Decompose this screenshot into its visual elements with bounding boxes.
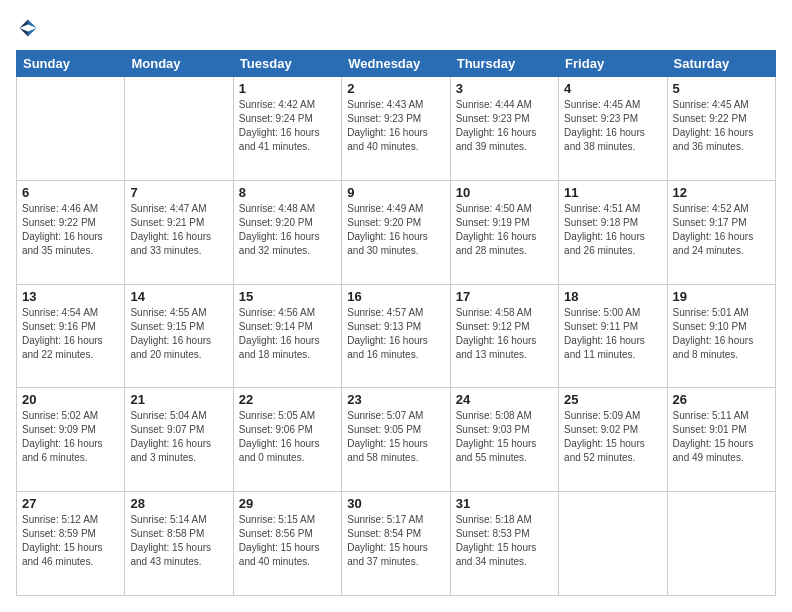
day-number: 19 xyxy=(673,289,770,304)
svg-marker-2 xyxy=(19,28,28,37)
calendar-cell: 20Sunrise: 5:02 AM Sunset: 9:09 PM Dayli… xyxy=(17,388,125,492)
week-row-2: 6Sunrise: 4:46 AM Sunset: 9:22 PM Daylig… xyxy=(17,180,776,284)
calendar-header-row: Sunday Monday Tuesday Wednesday Thursday… xyxy=(17,51,776,77)
day-number: 6 xyxy=(22,185,119,200)
day-number: 2 xyxy=(347,81,444,96)
day-number: 30 xyxy=(347,496,444,511)
day-number: 9 xyxy=(347,185,444,200)
calendar-cell: 10Sunrise: 4:50 AM Sunset: 9:19 PM Dayli… xyxy=(450,180,558,284)
col-friday: Friday xyxy=(559,51,667,77)
calendar-cell: 16Sunrise: 4:57 AM Sunset: 9:13 PM Dayli… xyxy=(342,284,450,388)
col-sunday: Sunday xyxy=(17,51,125,77)
day-number: 3 xyxy=(456,81,553,96)
day-number: 7 xyxy=(130,185,227,200)
col-wednesday: Wednesday xyxy=(342,51,450,77)
cell-info: Sunrise: 5:12 AM Sunset: 8:59 PM Dayligh… xyxy=(22,513,119,569)
calendar-cell: 8Sunrise: 4:48 AM Sunset: 9:20 PM Daylig… xyxy=(233,180,341,284)
cell-info: Sunrise: 4:46 AM Sunset: 9:22 PM Dayligh… xyxy=(22,202,119,258)
col-monday: Monday xyxy=(125,51,233,77)
calendar-cell: 14Sunrise: 4:55 AM Sunset: 9:15 PM Dayli… xyxy=(125,284,233,388)
svg-marker-0 xyxy=(28,19,37,28)
day-number: 14 xyxy=(130,289,227,304)
day-number: 26 xyxy=(673,392,770,407)
logo xyxy=(16,16,44,40)
day-number: 31 xyxy=(456,496,553,511)
cell-info: Sunrise: 4:49 AM Sunset: 9:20 PM Dayligh… xyxy=(347,202,444,258)
calendar-cell: 7Sunrise: 4:47 AM Sunset: 9:21 PM Daylig… xyxy=(125,180,233,284)
calendar-cell: 22Sunrise: 5:05 AM Sunset: 9:06 PM Dayli… xyxy=(233,388,341,492)
calendar-cell: 11Sunrise: 4:51 AM Sunset: 9:18 PM Dayli… xyxy=(559,180,667,284)
cell-info: Sunrise: 4:47 AM Sunset: 9:21 PM Dayligh… xyxy=(130,202,227,258)
calendar-cell: 31Sunrise: 5:18 AM Sunset: 8:53 PM Dayli… xyxy=(450,492,558,596)
calendar-cell: 3Sunrise: 4:44 AM Sunset: 9:23 PM Daylig… xyxy=(450,77,558,181)
calendar-cell: 6Sunrise: 4:46 AM Sunset: 9:22 PM Daylig… xyxy=(17,180,125,284)
calendar-table: Sunday Monday Tuesday Wednesday Thursday… xyxy=(16,50,776,596)
day-number: 25 xyxy=(564,392,661,407)
calendar-cell: 4Sunrise: 4:45 AM Sunset: 9:23 PM Daylig… xyxy=(559,77,667,181)
cell-info: Sunrise: 4:52 AM Sunset: 9:17 PM Dayligh… xyxy=(673,202,770,258)
day-number: 18 xyxy=(564,289,661,304)
cell-info: Sunrise: 5:02 AM Sunset: 9:09 PM Dayligh… xyxy=(22,409,119,465)
calendar-cell: 24Sunrise: 5:08 AM Sunset: 9:03 PM Dayli… xyxy=(450,388,558,492)
calendar-cell: 18Sunrise: 5:00 AM Sunset: 9:11 PM Dayli… xyxy=(559,284,667,388)
calendar-cell: 15Sunrise: 4:56 AM Sunset: 9:14 PM Dayli… xyxy=(233,284,341,388)
day-number: 29 xyxy=(239,496,336,511)
week-row-4: 20Sunrise: 5:02 AM Sunset: 9:09 PM Dayli… xyxy=(17,388,776,492)
cell-info: Sunrise: 5:08 AM Sunset: 9:03 PM Dayligh… xyxy=(456,409,553,465)
calendar-cell: 28Sunrise: 5:14 AM Sunset: 8:58 PM Dayli… xyxy=(125,492,233,596)
col-tuesday: Tuesday xyxy=(233,51,341,77)
day-number: 4 xyxy=(564,81,661,96)
page: Sunday Monday Tuesday Wednesday Thursday… xyxy=(0,0,792,612)
cell-info: Sunrise: 5:01 AM Sunset: 9:10 PM Dayligh… xyxy=(673,306,770,362)
day-number: 20 xyxy=(22,392,119,407)
day-number: 24 xyxy=(456,392,553,407)
day-number: 17 xyxy=(456,289,553,304)
day-number: 5 xyxy=(673,81,770,96)
cell-info: Sunrise: 4:45 AM Sunset: 9:22 PM Dayligh… xyxy=(673,98,770,154)
day-number: 16 xyxy=(347,289,444,304)
col-thursday: Thursday xyxy=(450,51,558,77)
day-number: 8 xyxy=(239,185,336,200)
cell-info: Sunrise: 4:42 AM Sunset: 9:24 PM Dayligh… xyxy=(239,98,336,154)
day-number: 12 xyxy=(673,185,770,200)
cell-info: Sunrise: 5:15 AM Sunset: 8:56 PM Dayligh… xyxy=(239,513,336,569)
svg-marker-1 xyxy=(19,19,28,28)
calendar-cell: 25Sunrise: 5:09 AM Sunset: 9:02 PM Dayli… xyxy=(559,388,667,492)
calendar-cell: 13Sunrise: 4:54 AM Sunset: 9:16 PM Dayli… xyxy=(17,284,125,388)
calendar-cell: 19Sunrise: 5:01 AM Sunset: 9:10 PM Dayli… xyxy=(667,284,775,388)
day-number: 23 xyxy=(347,392,444,407)
cell-info: Sunrise: 4:45 AM Sunset: 9:23 PM Dayligh… xyxy=(564,98,661,154)
cell-info: Sunrise: 4:50 AM Sunset: 9:19 PM Dayligh… xyxy=(456,202,553,258)
calendar-cell: 1Sunrise: 4:42 AM Sunset: 9:24 PM Daylig… xyxy=(233,77,341,181)
day-number: 1 xyxy=(239,81,336,96)
calendar-cell: 23Sunrise: 5:07 AM Sunset: 9:05 PM Dayli… xyxy=(342,388,450,492)
calendar-cell: 29Sunrise: 5:15 AM Sunset: 8:56 PM Dayli… xyxy=(233,492,341,596)
cell-info: Sunrise: 4:44 AM Sunset: 9:23 PM Dayligh… xyxy=(456,98,553,154)
calendar-cell: 26Sunrise: 5:11 AM Sunset: 9:01 PM Dayli… xyxy=(667,388,775,492)
day-number: 21 xyxy=(130,392,227,407)
calendar-cell xyxy=(667,492,775,596)
week-row-5: 27Sunrise: 5:12 AM Sunset: 8:59 PM Dayli… xyxy=(17,492,776,596)
calendar-cell xyxy=(559,492,667,596)
calendar-cell: 9Sunrise: 4:49 AM Sunset: 9:20 PM Daylig… xyxy=(342,180,450,284)
cell-info: Sunrise: 5:17 AM Sunset: 8:54 PM Dayligh… xyxy=(347,513,444,569)
calendar-cell: 21Sunrise: 5:04 AM Sunset: 9:07 PM Dayli… xyxy=(125,388,233,492)
cell-info: Sunrise: 5:04 AM Sunset: 9:07 PM Dayligh… xyxy=(130,409,227,465)
cell-info: Sunrise: 5:11 AM Sunset: 9:01 PM Dayligh… xyxy=(673,409,770,465)
day-number: 27 xyxy=(22,496,119,511)
logo-icon xyxy=(16,16,40,40)
cell-info: Sunrise: 5:05 AM Sunset: 9:06 PM Dayligh… xyxy=(239,409,336,465)
day-number: 11 xyxy=(564,185,661,200)
cell-info: Sunrise: 4:51 AM Sunset: 9:18 PM Dayligh… xyxy=(564,202,661,258)
calendar-cell: 12Sunrise: 4:52 AM Sunset: 9:17 PM Dayli… xyxy=(667,180,775,284)
header xyxy=(16,16,776,40)
svg-marker-3 xyxy=(28,28,37,37)
cell-info: Sunrise: 5:07 AM Sunset: 9:05 PM Dayligh… xyxy=(347,409,444,465)
day-number: 10 xyxy=(456,185,553,200)
calendar-cell xyxy=(125,77,233,181)
cell-info: Sunrise: 4:57 AM Sunset: 9:13 PM Dayligh… xyxy=(347,306,444,362)
cell-info: Sunrise: 5:18 AM Sunset: 8:53 PM Dayligh… xyxy=(456,513,553,569)
calendar-cell: 5Sunrise: 4:45 AM Sunset: 9:22 PM Daylig… xyxy=(667,77,775,181)
cell-info: Sunrise: 4:58 AM Sunset: 9:12 PM Dayligh… xyxy=(456,306,553,362)
cell-info: Sunrise: 4:55 AM Sunset: 9:15 PM Dayligh… xyxy=(130,306,227,362)
